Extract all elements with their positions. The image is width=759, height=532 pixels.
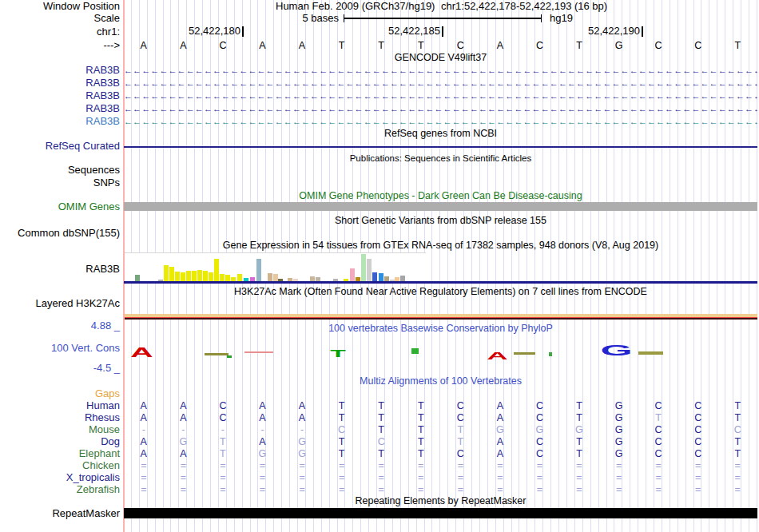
- multiz-base: T: [372, 424, 391, 435]
- multiz-base: C: [689, 448, 708, 459]
- window-position-label: Window Position: [0, 1, 120, 12]
- publications-track-label[interactable]: Sequences: [0, 165, 120, 176]
- multiz-base: =: [491, 484, 510, 495]
- gencode-transcript-arrows[interactable]: ←←←←←←←←←←←←←←←←←←←←←←←←←←←←←←←←←←←←←←←←…: [124, 65, 757, 76]
- gtex-bar: [209, 272, 213, 281]
- multiz-species-label[interactable]: Dog: [0, 436, 120, 447]
- multiz-base: A: [252, 400, 272, 411]
- phylop-mark: [205, 353, 228, 355]
- multiz-base: =: [610, 484, 629, 495]
- publications-track-title[interactable]: Publications: Sequences in Scientific Ar…: [124, 153, 757, 164]
- omim-track-title[interactable]: OMIM Gene Phenotypes - Dark Green Can Be…: [124, 191, 757, 201]
- multiz-base: G: [530, 424, 549, 435]
- phylop-letter: T: [330, 346, 346, 355]
- multiz-species-label[interactable]: Chicken: [0, 460, 120, 471]
- gtex-bar: [164, 265, 169, 281]
- refseq-gene-line[interactable]: [124, 146, 757, 148]
- gencode-transcript-label[interactable]: RAB3B: [0, 116, 120, 127]
- sequence-base: T: [332, 40, 352, 51]
- refseq-track-title[interactable]: RefSeq genes from NCBI: [124, 129, 757, 139]
- h3k27ac-layered-band[interactable]: [124, 314, 757, 320]
- multiz-base: G: [610, 400, 629, 411]
- dbsnp-track-title[interactable]: Short Genetic Variants from dbSNP releas…: [124, 216, 757, 226]
- omim-track-label[interactable]: OMIM Genes: [0, 201, 120, 212]
- gencode-transcript-label[interactable]: RAB3B: [0, 77, 120, 89]
- multiz-base: -: [252, 424, 272, 435]
- multiz-species-label[interactable]: Human: [0, 400, 120, 411]
- svg-text:A: A: [130, 347, 153, 358]
- gtex-gene-label[interactable]: RAB3B: [0, 264, 120, 275]
- svg-text:T: T: [330, 348, 346, 357]
- multiz-species-label[interactable]: Gaps: [0, 388, 120, 399]
- gtex-expression-chart[interactable]: [124, 252, 426, 281]
- multiz-base: A: [134, 400, 153, 411]
- gencode-transcript-label[interactable]: RAB3B: [0, 90, 120, 101]
- multiz-species-label[interactable]: Elephant: [0, 448, 120, 459]
- multiz-base: A: [491, 412, 510, 423]
- multiz-base: =: [134, 484, 153, 495]
- multiz-species-label[interactable]: Zebrafish: [0, 484, 120, 495]
- gencode-track-title[interactable]: GENCODE V49lift37: [124, 53, 757, 63]
- multiz-base: =: [372, 460, 391, 471]
- gencode-transcript-label[interactable]: RAB3B: [0, 65, 120, 76]
- multiz-base: =: [332, 472, 352, 483]
- multiz-base: =: [649, 484, 668, 495]
- multiz-base: =: [213, 484, 232, 495]
- repeatmasker-track-label[interactable]: RepeatMasker: [0, 508, 120, 519]
- repeatmasker-bar[interactable]: [124, 508, 757, 518]
- multiz-base: -: [134, 424, 153, 435]
- multiz-base: C: [213, 412, 232, 423]
- sequence-base: T: [411, 40, 431, 51]
- multiz-base: -: [173, 424, 193, 435]
- multiz-base: =: [530, 460, 549, 471]
- phylop-track-title[interactable]: 100 vertebrates Basewise Conservation by…: [124, 324, 757, 334]
- multiz-base: C: [451, 400, 470, 411]
- omim-gene-bar[interactable]: [124, 202, 757, 211]
- multiz-base: -: [292, 424, 312, 435]
- h3k27ac-track-title[interactable]: H3K27Ac Mark (Often Found Near Active Re…: [124, 287, 757, 297]
- multiz-base: =: [728, 484, 747, 495]
- multiz-base: T: [372, 448, 391, 459]
- gencode-transcript-arrows[interactable]: ←←←←←←←←←←←←←←←←←←←←←←←←←←←←←←←←←←←←←←←←…: [124, 116, 757, 127]
- sequence-base: C: [213, 40, 232, 51]
- phylop-track-label[interactable]: 100 Vert. Cons: [0, 343, 120, 354]
- multiz-base: =: [252, 472, 272, 483]
- phylop-letter: A: [130, 347, 153, 357]
- refseq-track-label[interactable]: RefSeq Curated: [0, 141, 120, 152]
- multiz-base: A: [252, 412, 272, 423]
- multiz-track-title[interactable]: Multiz Alignments of 100 Vertebrates: [124, 376, 757, 387]
- repeatmasker-track-title[interactable]: Repeating Elements by RepeatMasker: [124, 496, 757, 506]
- gtex-bar: [203, 271, 208, 281]
- gtex-bar: [169, 267, 174, 281]
- gtex-bar: [350, 268, 355, 281]
- multiz-species-label[interactable]: Mouse: [0, 424, 120, 435]
- multiz-base: A: [134, 436, 153, 447]
- multiz-base: -: [213, 424, 232, 435]
- multiz-species-label[interactable]: Rhesus: [0, 412, 120, 423]
- multiz-base: T: [372, 400, 391, 411]
- gencode-transcript-arrows[interactable]: ←←←←←←←←←←←←←←←←←←←←←←←←←←←←←←←←←←←←←←←←…: [124, 103, 757, 114]
- phylop-mark: [227, 355, 232, 358]
- multiz-base: T: [332, 412, 352, 423]
- multiz-base: =: [252, 460, 272, 471]
- multiz-base: =: [689, 460, 708, 471]
- scale-bar: [344, 18, 542, 19]
- genome-browser-image[interactable]: Window Position Human Feb. 2009 (GRCh37/…: [0, 0, 759, 532]
- snps-track-label[interactable]: SNPs: [0, 177, 120, 189]
- h3k27ac-track-label[interactable]: Layered H3K27Ac: [0, 298, 120, 309]
- multiz-base: =: [173, 472, 193, 483]
- gtex-track-title[interactable]: Gene Expression in 54 tissues from GTEx …: [124, 240, 757, 251]
- gencode-transcript-label[interactable]: RAB3B: [0, 103, 120, 114]
- multiz-base: C: [530, 436, 549, 447]
- scale-bar-left-tick: [344, 14, 344, 22]
- gtex-bar: [192, 271, 197, 281]
- dbsnp-track-label[interactable]: Common dbSNP(155): [0, 228, 120, 239]
- gencode-transcript-arrows[interactable]: ←←←←←←←←←←←←←←←←←←←←←←←←←←←←←←←←←←←←←←←←…: [124, 77, 757, 89]
- coordinate-label: 52,422,180: [130, 26, 240, 37]
- multiz-species-label[interactable]: X_tropicalis: [0, 472, 120, 483]
- multiz-base: =: [252, 484, 272, 495]
- gencode-transcript-arrows[interactable]: ←←←←←←←←←←←←←←←←←←←←←←←←←←←←←←←←←←←←←←←←…: [124, 90, 757, 101]
- coordinate-label: 52,422,185: [330, 26, 440, 37]
- multiz-base: C: [530, 412, 549, 423]
- multiz-base: G: [292, 436, 312, 447]
